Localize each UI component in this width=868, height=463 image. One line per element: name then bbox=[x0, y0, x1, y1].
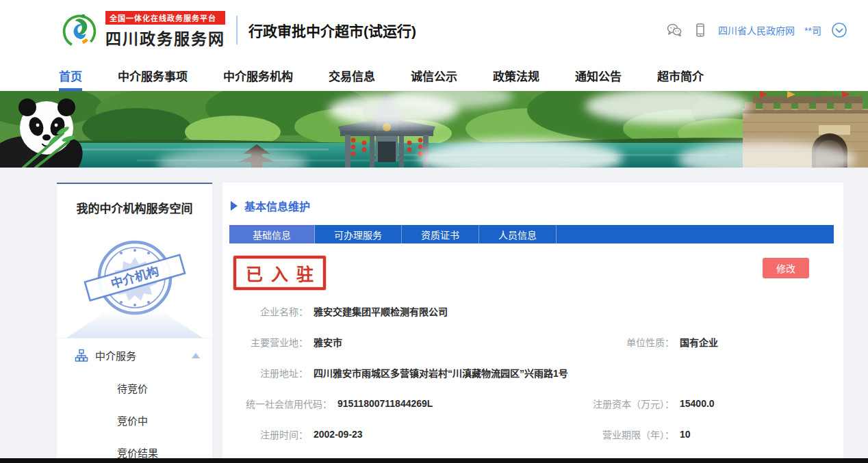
unit-nature-label: 单位性质： bbox=[572, 335, 674, 349]
content: 我的中介机构服务空间 中介机构 bbox=[57, 183, 843, 463]
registration-date-value: 2002-09-23 bbox=[314, 429, 363, 440]
nav-item-transactions[interactable]: 交易信息 bbox=[329, 60, 375, 91]
triangle-right-icon bbox=[231, 201, 238, 211]
main-nav: 首页 中介服务事项 中介服务机构 交易信息 诚信公示 政策法规 通知公告 超市简… bbox=[0, 60, 868, 91]
sidebar-submenu: 待竞价 竞价中 竞价结果 合同签订 服务成果 bbox=[57, 372, 212, 463]
registration-date-label: 注册时间： bbox=[229, 427, 308, 441]
sidebar-menu-intermediary-service[interactable]: 中介服务 bbox=[57, 338, 212, 372]
registered-capital-value: 15400.0 bbox=[680, 398, 715, 409]
wechat-icon[interactable] bbox=[666, 22, 682, 38]
registered-capital-label: 注册资本（万元）： bbox=[572, 397, 674, 410]
credit-code-value: 91511800711844269L bbox=[337, 398, 433, 409]
business-area-value: 雅安市 bbox=[314, 335, 342, 349]
nav-item-home[interactable]: 首页 bbox=[59, 60, 82, 91]
nav-item-integrity[interactable]: 诚信公示 bbox=[411, 60, 457, 91]
sidebar: 我的中介机构服务空间 中介机构 bbox=[57, 183, 212, 463]
agency-seal: 中介机构 bbox=[57, 220, 212, 338]
menu-label: 中介服务 bbox=[95, 348, 192, 362]
org-chart-icon bbox=[75, 349, 88, 362]
triangle-up-icon[interactable] bbox=[192, 353, 200, 358]
page-title: 行政审批中介超市(试运行) bbox=[248, 20, 416, 40]
business-term-label: 营业期限（年）： bbox=[572, 427, 674, 441]
gov-portal-link[interactable]: 四川省人民政府网 bbox=[718, 23, 795, 37]
row-company-name: 企业名称： 雅安交建集团平顺检测有限公司 bbox=[229, 295, 834, 326]
section-title: 基本信息维护 bbox=[244, 198, 310, 214]
header-right: 四川省人民政府网 **司 bbox=[666, 22, 847, 38]
business-area-label: 主要营业地： bbox=[229, 335, 308, 349]
registered-status-stamp: 已入驻 bbox=[233, 256, 326, 290]
tab-personnel-info[interactable]: 人员信息 bbox=[479, 225, 557, 243]
row-business-area: 主要营业地： 雅安市 单位性质： 国有企业 bbox=[229, 326, 834, 357]
submenu-bidding[interactable]: 竞价中 bbox=[57, 404, 212, 436]
company-name-value: 雅安交建集团平顺检测有限公司 bbox=[314, 304, 448, 318]
tab-qualification-certs[interactable]: 资质证书 bbox=[402, 225, 479, 243]
info-fields: 企业名称： 雅安交建集团平顺检测有限公司 主要营业地： 雅安市 单位性质： 国有… bbox=[229, 295, 834, 449]
company-name-label: 企业名称： bbox=[229, 304, 308, 318]
nav-item-notices[interactable]: 通知公告 bbox=[575, 60, 622, 91]
credit-code-label: 统一社会信用代码： bbox=[229, 397, 332, 410]
header: 全国一体化在线政务服务平台 四川政务服务网 行政审批中介超市(试运行) 四川省人… bbox=[0, 0, 868, 60]
header-divider bbox=[236, 16, 238, 44]
row-registration-date: 注册时间： 2002-09-23 营业期限（年）： 10 bbox=[229, 419, 834, 449]
business-term-value: 10 bbox=[680, 429, 691, 440]
row-registered-address: 注册地址： 四川雅安市雨城区多营镇对岩村“川滇藏物流园区”兴雨路1号 bbox=[229, 357, 834, 388]
tabbar: 基础信息 可办理服务 资质证书 人员信息 bbox=[229, 225, 834, 243]
mobile-phone-icon[interactable] bbox=[692, 22, 709, 38]
sidebar-title: 我的中介机构服务空间 bbox=[57, 184, 212, 220]
modify-button[interactable]: 修改 bbox=[763, 258, 809, 278]
bottom-bar bbox=[0, 458, 868, 463]
registered-address-value: 四川雅安市雨城区多营镇对岩村“川滇藏物流园区”兴雨路1号 bbox=[314, 366, 568, 380]
chevron-down-circle-icon[interactable] bbox=[831, 22, 847, 38]
tab-basic-info[interactable]: 基础信息 bbox=[229, 225, 315, 243]
submenu-pending-bid[interactable]: 待竞价 bbox=[57, 372, 212, 404]
banner-image bbox=[0, 91, 868, 168]
nav-item-service-items[interactable]: 中介服务事项 bbox=[118, 60, 188, 91]
row-credit-code: 统一社会信用代码： 91511800711844269L 注册资本（万元）： 1… bbox=[229, 388, 834, 419]
unit-nature-value: 国有企业 bbox=[680, 335, 718, 349]
nav-item-service-orgs[interactable]: 中介服务机构 bbox=[223, 60, 293, 91]
section-title-row: 基本信息维护 bbox=[231, 198, 834, 214]
platform-badge: 全国一体化在线政务服务平台 bbox=[105, 11, 225, 25]
sichuan-gov-logo bbox=[60, 11, 99, 49]
user-name[interactable]: **司 bbox=[804, 23, 821, 37]
site-name: 四川政务服务网 bbox=[105, 26, 225, 49]
main-panel: 基本信息维护 基础信息 可办理服务 资质证书 人员信息 已入驻 修改 企业名称：… bbox=[222, 183, 843, 463]
brand: 全国一体化在线政务服务平台 四川政务服务网 行政审批中介超市(试运行) bbox=[60, 11, 416, 49]
tab-available-services[interactable]: 可办理服务 bbox=[315, 225, 402, 243]
nav-item-about[interactable]: 超市简介 bbox=[657, 60, 704, 91]
registered-address-label: 注册地址： bbox=[229, 366, 308, 380]
nav-item-policies[interactable]: 政策法规 bbox=[493, 60, 539, 91]
